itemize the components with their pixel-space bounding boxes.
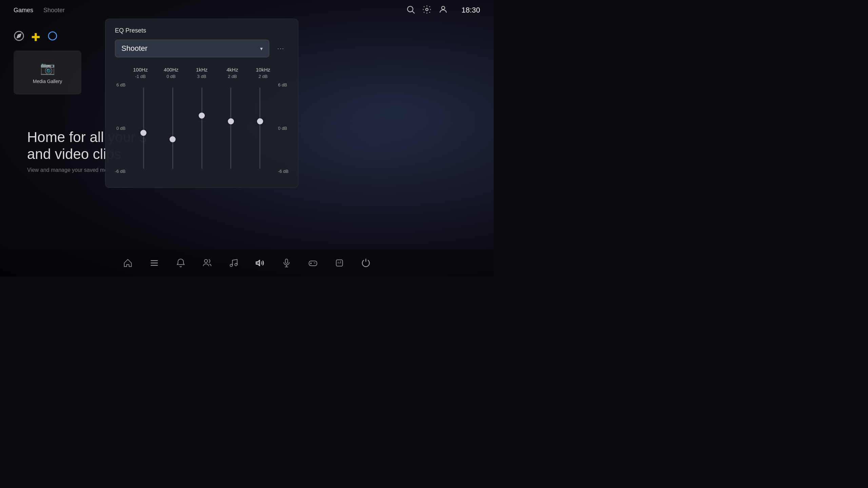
freq-400hz: 400Hz [161,67,181,73]
svg-point-3 [441,6,445,9]
nav-volume[interactable] [255,258,265,268]
nav-mic[interactable] [282,258,291,268]
scale-bottom-right: -6 dB [278,169,289,174]
db-1khz: 3 dB [192,74,212,79]
eq-modal-title: EQ Presets [115,27,289,34]
thumb-100hz[interactable] [140,130,146,136]
db-10khz: 2 dB [253,74,273,79]
thumb-400hz[interactable] [170,136,176,142]
settings-icon[interactable] [422,5,432,16]
freq-4khz: 4kHz [222,67,242,73]
slider-10khz[interactable] [259,87,260,169]
ps-icon[interactable] [47,30,58,44]
left-content: ✚ 📷 Media Gallery [14,27,81,95]
eq-preset-dropdown[interactable]: Shooter ▾ [115,40,269,57]
eq-sliders [129,82,275,174]
slider-400hz[interactable] [172,87,173,169]
explore-icon[interactable] [14,30,24,44]
eq-chart: 100Hz 400Hz 1kHz 4kHz 10kHz -1 dB 0 dB 3… [115,67,289,174]
search-icon[interactable] [406,5,415,16]
eq-preset-row: Shooter ▾ ··· [115,40,289,57]
freq-1khz: 1kHz [192,67,212,73]
top-icons: 18:30 [406,5,480,16]
nav-icons-row: ✚ [14,30,81,44]
nav-trophy[interactable] [335,258,344,268]
svg-rect-6 [151,260,158,261]
camera-icon: 📷 [40,61,55,75]
scale-top-left: 6 dB [115,82,125,87]
bottom-nav [0,249,494,277]
svg-marker-12 [256,260,260,266]
thumb-10khz[interactable] [257,118,263,124]
slider-1khz[interactable] [201,87,202,169]
slider-4khz[interactable] [230,87,231,169]
nav-gamepad[interactable] [308,258,318,268]
eq-freq-labels: 100Hz 400Hz 1kHz 4kHz 10kHz [115,67,289,73]
db-100hz: -1 dB [130,74,151,79]
plus-icon[interactable]: ✚ [31,31,40,44]
scale-mid-right: 0 dB [278,126,289,131]
svg-point-0 [408,6,413,12]
nav-shooter[interactable]: Shooter [43,7,65,14]
db-400hz: 0 dB [161,74,181,79]
eq-modal: EQ Presets Shooter ▾ ··· 100Hz 400Hz 1kH… [105,19,298,188]
svg-rect-7 [151,263,158,263]
freq-10khz: 10kHz [253,67,273,73]
svg-point-10 [230,264,233,267]
svg-rect-14 [309,261,317,266]
nav-notifications[interactable] [176,258,185,268]
svg-point-9 [204,260,208,263]
top-nav: Games Shooter [14,7,65,14]
eq-sliders-container: 6 dB 0 dB -6 dB [115,82,289,174]
eq-scale-left: 6 dB 0 dB -6 dB [115,82,129,174]
nav-power[interactable] [361,258,371,268]
eq-db-labels: -1 dB 0 dB 3 dB 2 dB 2 dB [115,74,289,79]
svg-line-1 [412,11,414,13]
svg-marker-5 [17,34,21,38]
scale-top-right: 6 dB [278,82,289,87]
db-4khz: 2 dB [222,74,242,79]
thumb-4khz[interactable] [228,118,234,124]
svg-point-11 [235,263,237,266]
svg-rect-8 [151,265,158,266]
scale-mid-left: 0 dB [115,126,125,131]
nav-menu[interactable] [150,258,159,268]
slider-100hz[interactable] [143,87,144,169]
freq-100hz: 100Hz [130,67,151,73]
dropdown-arrow-icon: ▾ [260,45,263,52]
eq-scale-right: 6 dB 0 dB -6 dB [275,82,289,174]
media-gallery-label: Media Gallery [33,79,62,84]
nav-friends[interactable] [202,258,212,268]
svg-point-2 [426,8,428,11]
eq-more-button[interactable]: ··· [273,42,289,55]
media-gallery-card[interactable]: 📷 Media Gallery [14,50,81,95]
nav-games[interactable]: Games [14,7,33,14]
scale-bottom-left: -6 dB [115,169,125,174]
top-bar: Games Shooter 18:30 [0,0,494,20]
thumb-1khz[interactable] [199,113,205,119]
nav-music[interactable] [229,258,238,268]
profile-icon[interactable] [438,5,448,16]
eq-preset-name: Shooter [121,44,147,53]
svg-rect-13 [285,259,288,263]
clock: 18:30 [461,6,480,15]
nav-home[interactable] [123,258,133,268]
